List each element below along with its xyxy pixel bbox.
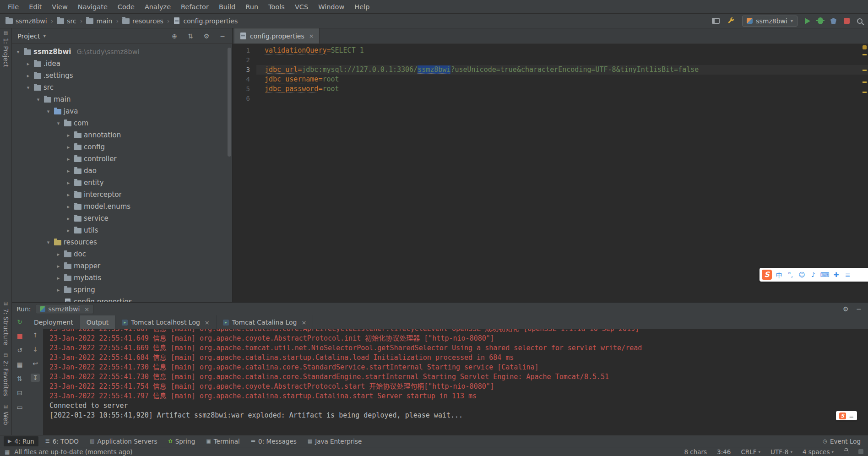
prev-message-icon[interactable]: ↑	[31, 331, 40, 339]
tree-collapsed-arrow-icon[interactable]: ▸	[65, 192, 72, 198]
chinese-mode-icon[interactable]: 中	[773, 270, 785, 279]
tree-item-main[interactable]: ▾main	[12, 93, 232, 105]
tool-window-button-application-servers[interactable]: ▥Application Servers	[86, 436, 161, 446]
run-tab-tomcat-catalina-log[interactable]: ▸Tomcat Catalina Log×	[217, 315, 314, 329]
tree-collapsed-arrow-icon[interactable]: ▸	[55, 263, 62, 269]
tool-window-button-java-enterprise[interactable]: ▦Java Enterprise	[304, 436, 366, 446]
soft-wrap-icon[interactable]: ↩	[31, 359, 40, 368]
breadcrumb-item-resources[interactable]: resources	[122, 17, 163, 25]
debug-icon[interactable]	[818, 17, 823, 24]
warning-stripe-mark[interactable]	[863, 54, 867, 55]
punctuation-icon[interactable]: °,	[785, 271, 796, 278]
menu-item-code[interactable]: Code	[113, 3, 140, 11]
sogou-mini-bar[interactable]: S ≡	[836, 411, 857, 420]
tree-expanded-arrow-icon[interactable]: ▾	[25, 85, 32, 91]
tree-item-doc[interactable]: ▸doc	[12, 248, 232, 260]
tree-item-utils[interactable]: ▸utils	[12, 224, 232, 236]
tree-expanded-arrow-icon[interactable]: ▾	[55, 120, 62, 126]
collapse-all-icon[interactable]: ⇅	[186, 33, 195, 40]
console-log[interactable]: 23-Jan-2022 22:55:41.607 信息 [main] org.a…	[43, 329, 868, 435]
locate-icon[interactable]: ⊕	[170, 33, 179, 40]
wrench-icon[interactable]	[727, 17, 735, 25]
tree-item-controller[interactable]: ▸controller	[12, 153, 232, 165]
tree-item-mapper[interactable]: ▸mapper	[12, 260, 232, 272]
event-log-button[interactable]: ◷ Event Log	[819, 436, 864, 446]
tree-collapsed-arrow-icon[interactable]: ▸	[65, 132, 72, 138]
close-icon[interactable]: ×	[205, 319, 210, 326]
menu-item-window[interactable]: Window	[313, 3, 349, 11]
tool-window-button-4-run[interactable]: ▶4: Run	[4, 436, 38, 446]
tree-collapsed-arrow-icon[interactable]: ▸	[25, 61, 32, 67]
menu-item-tools[interactable]: Tools	[263, 3, 290, 11]
run-tab-tomcat-localhost-log[interactable]: ▸Tomcat Localhost Log×	[115, 315, 216, 329]
editor-tab-config-properties[interactable]: config.properties ×	[234, 28, 320, 43]
tree-item-ssmz8bwi[interactable]: ▾ssmz8bwiG:\study\ssmz8bwi	[12, 46, 232, 58]
minimize-icon[interactable]: ─	[857, 305, 861, 313]
warning-stripe-mark[interactable]	[863, 92, 867, 93]
tree-collapsed-arrow-icon[interactable]: ▸	[55, 287, 62, 293]
highlighting-level-lock-icon[interactable]	[844, 451, 848, 454]
code-line[interactable]: jdbc_url=jdbc:mysql://127.0.0.1:3306/ssm…	[256, 65, 868, 75]
tree-expanded-arrow-icon[interactable]: ▾	[35, 97, 42, 103]
tree-item-mybatis[interactable]: ▸mybatis	[12, 272, 232, 284]
settings-gear-icon[interactable]: ⚙	[202, 33, 211, 40]
menu-item-vcs[interactable]: VCS	[290, 3, 313, 11]
code-line[interactable]: jdbc_username=root	[256, 75, 868, 84]
menu-item-analyze[interactable]: Analyze	[140, 3, 176, 11]
editor-code[interactable]: validationQuery=SELECT 1jdbc_url=jdbc:my…	[256, 44, 868, 302]
tree-collapsed-arrow-icon[interactable]: ▸	[25, 73, 32, 79]
breadcrumb-item-src[interactable]: src	[57, 17, 76, 25]
code-line[interactable]	[256, 94, 868, 103]
tree-collapsed-arrow-icon[interactable]: ▸	[65, 204, 72, 210]
tree-collapsed-arrow-icon[interactable]: ▸	[65, 168, 72, 174]
tree-collapsed-arrow-icon[interactable]: ▸	[65, 144, 72, 150]
tree-expanded-arrow-icon[interactable]: ▾	[45, 239, 52, 245]
layout-icon[interactable]	[712, 18, 720, 24]
tree-item-annotation[interactable]: ▸annotation	[12, 129, 232, 141]
tree-collapsed-arrow-icon[interactable]: ▸	[55, 251, 62, 257]
close-icon[interactable]: ×	[84, 306, 89, 313]
code-line[interactable]: jdbc_password=root	[256, 84, 868, 94]
tree-item-idea[interactable]: ▸.idea	[12, 58, 232, 70]
tree-item-java[interactable]: ▾java	[12, 105, 232, 117]
warning-stripe-mark[interactable]	[863, 70, 867, 71]
deployment-grid-icon[interactable]: ▦	[15, 360, 24, 369]
tool-stripe-button-1-project[interactable]: ▤1: Project	[2, 30, 10, 67]
tree-item-settings[interactable]: ▸.settings	[12, 70, 232, 81]
run-tab-output[interactable]: Output	[80, 315, 116, 329]
tree-item-resources[interactable]: ▾resources	[12, 236, 232, 248]
voice-input-icon[interactable]: ♪	[808, 271, 819, 278]
sogou-logo-icon[interactable]: S	[762, 270, 772, 280]
breadcrumb-item-main[interactable]: main	[86, 17, 112, 25]
stop-icon[interactable]	[844, 18, 850, 24]
menu-item-edit[interactable]: Edit	[24, 3, 47, 11]
hide-panel-icon[interactable]: ─	[218, 33, 227, 40]
menu-item-navigate[interactable]: Navigate	[73, 3, 113, 11]
menu-icon[interactable]: ≡	[842, 271, 853, 278]
menu-item-refactor[interactable]: Refactor	[176, 3, 214, 11]
run-config-select[interactable]: ssmz8bwi ▾	[742, 16, 797, 27]
breadcrumb-item-config-properties[interactable]: config.properties	[173, 17, 238, 25]
tree-item-config[interactable]: ▸config	[12, 141, 232, 153]
project-panel-title[interactable]: Project	[17, 33, 40, 40]
warning-stripe-mark[interactable]	[863, 81, 867, 83]
tree-collapsed-arrow-icon[interactable]: ▸	[65, 156, 72, 162]
tool-stripe-button-web[interactable]: ▤Web	[2, 404, 10, 425]
tool-window-button-0-messages[interactable]: ▬0: Messages	[247, 436, 301, 446]
breadcrumb-item-ssmz8bwi[interactable]: ssmz8bwi	[5, 17, 47, 25]
toolbox-icon[interactable]: ✚	[830, 271, 842, 278]
scrollbar-thumb[interactable]	[228, 48, 231, 157]
tree-item-config-properties[interactable]: config.properties	[12, 296, 232, 302]
tool-stripe-button-7-structure[interactable]: ▤7: Structure	[2, 301, 10, 345]
menu-item-run[interactable]: Run	[240, 3, 263, 11]
tool-window-button-terminal[interactable]: ▣Terminal	[202, 436, 244, 446]
tree-item-model-enums[interactable]: ▸model.enums	[12, 201, 232, 212]
run-tab-deployment[interactable]: Deployment	[27, 315, 80, 329]
menu-item-file[interactable]: File	[3, 3, 24, 11]
status-widget-3-46[interactable]: 3:46	[717, 448, 731, 456]
tree-item-src[interactable]: ▾src	[12, 81, 232, 93]
emoji-icon[interactable]: ☺	[796, 271, 808, 278]
tree-collapsed-arrow-icon[interactable]: ▸	[65, 216, 72, 222]
tree-item-com[interactable]: ▾com	[12, 117, 232, 129]
close-icon[interactable]: ×	[309, 33, 314, 39]
